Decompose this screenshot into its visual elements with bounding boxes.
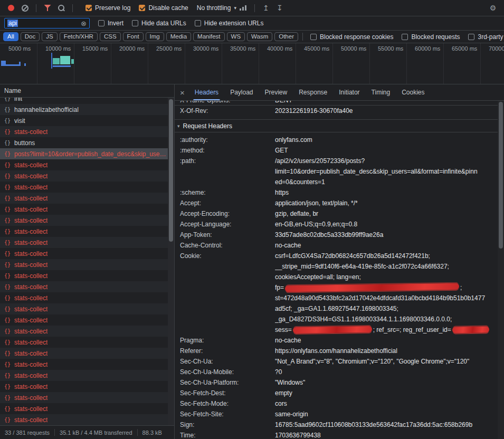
- request-row[interactable]: {}stats-collect: [0, 248, 168, 259]
- scrollbar-thumb[interactable]: [169, 99, 173, 242]
- request-row[interactable]: {}visit: [0, 115, 168, 126]
- filter-pill-media[interactable]: Media: [166, 32, 191, 41]
- filter-pill-img[interactable]: Img: [146, 32, 164, 41]
- filter-input[interactable]: api ⊗: [4, 18, 90, 28]
- request-row[interactable]: {}stats-collect: [0, 359, 168, 370]
- import-har-button[interactable]: ↥: [259, 2, 273, 14]
- request-row[interactable]: {}stats-collect: [0, 126, 168, 137]
- header-name: :method:: [175, 145, 275, 156]
- request-row[interactable]: {}posts?limit=10&order=publish_date_desc…: [0, 148, 168, 159]
- request-row[interactable]: {}stats-collect: [0, 381, 168, 392]
- clear-input-icon[interactable]: ⊗: [81, 20, 87, 27]
- header-row: Sign:16785:5aad9602cf110608b03133de56364…: [175, 419, 498, 430]
- filter-pill-other[interactable]: Other: [274, 32, 298, 41]
- request-row[interactable]: {}stats-collect: [0, 370, 168, 381]
- hide-data-urls-checkbox[interactable]: Hide data URLs: [132, 20, 186, 27]
- request-row[interactable]: {}stats-collect: [0, 337, 168, 348]
- export-har-button[interactable]: ↧: [273, 2, 287, 14]
- hide-extension-urls-checkbox[interactable]: Hide extension URLs: [195, 20, 264, 27]
- request-row[interactable]: {}stats-collect: [0, 292, 168, 303]
- preserve-log-checkbox[interactable]: Preserve log: [85, 4, 130, 12]
- timeline-label: 15000 ms: [82, 45, 108, 52]
- filter-pill-wasm[interactable]: Wasm: [247, 32, 272, 41]
- header-value-line: ad5cf; _ga=GA1.1.689275447.1698003345;: [275, 303, 493, 314]
- request-row[interactable]: {}stats-collect: [0, 326, 168, 337]
- disable-cache-checkbox[interactable]: Disable cache: [139, 4, 188, 12]
- scrollbar-thumb[interactable]: [499, 102, 503, 249]
- request-row[interactable]: {}stats-collect: [0, 193, 168, 204]
- request-row[interactable]: {}stats-collect: [0, 414, 168, 425]
- request-row[interactable]: {}stats-collect: [0, 348, 168, 359]
- details-scrollbar[interactable]: [498, 101, 504, 439]
- timeline-overview[interactable]: 5000 ms10000 ms15000 ms20000 ms25000 ms3…: [0, 43, 504, 84]
- timeline-gridline: [148, 43, 148, 84]
- request-row[interactable]: {}stats-collect: [0, 392, 168, 403]
- request-row[interactable]: {}stats-collect: [0, 204, 168, 215]
- filter-pill-js[interactable]: JS: [42, 32, 57, 41]
- request-row[interactable]: {}stats-collect: [0, 226, 168, 237]
- request-headers-section[interactable]: ▾ Request Headers: [175, 119, 498, 132]
- header-name: App-Token:: [175, 230, 275, 240]
- request-row[interactable]: {}stats-collect: [0, 314, 168, 326]
- timeline-gridline: [369, 43, 370, 84]
- request-row[interactable]: {}stats-collect: [0, 159, 168, 170]
- header-name: Cache-Control:: [175, 240, 275, 251]
- clear-button[interactable]: [18, 2, 32, 14]
- script-file-icon: {}: [3, 361, 12, 367]
- request-list-scrollbar[interactable]: [168, 98, 174, 425]
- request-name: stats-collect: [14, 184, 47, 191]
- request-row[interactable]: {}stats-collect: [0, 182, 168, 193]
- request-row[interactable]: {}init: [0, 98, 168, 104]
- tab-response[interactable]: Response: [293, 84, 333, 100]
- search-button[interactable]: [54, 2, 68, 14]
- request-row[interactable]: {}hannahelizabethofficial: [0, 104, 168, 115]
- invert-checkbox[interactable]: Invert: [98, 20, 123, 27]
- tab-payload[interactable]: Payload: [224, 84, 259, 100]
- script-file-icon: {}: [3, 350, 12, 356]
- tab-preview[interactable]: Preview: [259, 84, 293, 100]
- throttling-dropdown[interactable]: No throttling ▾: [197, 4, 236, 12]
- invert-label: Invert: [108, 20, 123, 27]
- filter-pill-font[interactable]: Font: [123, 32, 144, 41]
- request-name: posts?limit=10&order=publish_date_desc&s…: [14, 150, 168, 158]
- timeline-gridline: [222, 43, 222, 84]
- request-row[interactable]: {}stats-collect: [0, 215, 168, 226]
- header-value: onlyfans.com: [275, 135, 498, 145]
- header-row: Sec-Fetch-Site:same-origin: [175, 409, 498, 419]
- request-headers-list: :authority:onlyfans.com:method:GET:path:…: [175, 132, 498, 439]
- third-party-requests-checkbox[interactable]: 3rd-party requests: [468, 33, 504, 41]
- tab-cookies[interactable]: Cookies: [396, 84, 430, 100]
- record-button[interactable]: [4, 2, 18, 14]
- blocked-response-cookies-checkbox[interactable]: Blocked response cookies: [310, 33, 393, 41]
- request-row[interactable]: {}stats-collect: [0, 281, 168, 292]
- blocked-requests-checkbox[interactable]: Blocked requests: [402, 33, 460, 41]
- filter-pill-css[interactable]: CSS: [100, 32, 121, 41]
- request-row[interactable]: {}stats-collect: [0, 403, 168, 414]
- request-row[interactable]: {}stats-collect: [0, 237, 168, 248]
- filter-pill-fetch-xhr[interactable]: Fetch/XHR: [60, 32, 98, 41]
- header-value-text: st=472d48a90d5433bfc2a2d17042e4dfdcafd31…: [275, 294, 485, 302]
- name-column-header[interactable]: Name: [0, 84, 174, 98]
- request-row[interactable]: {}stats-collect: [0, 303, 168, 314]
- settings-button[interactable]: ⚙: [486, 2, 500, 14]
- filter-pill-doc[interactable]: Doc: [21, 32, 40, 41]
- filter-pill-manifest[interactable]: Manifest: [193, 32, 224, 41]
- filter-pill-ws[interactable]: WS: [227, 32, 245, 41]
- timeline-label: 65000 ms: [452, 45, 477, 52]
- request-row[interactable]: {}buttons: [0, 137, 168, 148]
- filter-pill-all[interactable]: All: [3, 32, 18, 41]
- header-name: Pragma:: [175, 335, 275, 346]
- checkbox-checked-icon: [139, 5, 145, 11]
- header-value: same-origin: [275, 409, 498, 419]
- network-conditions-button[interactable]: [236, 2, 250, 14]
- tab-timing[interactable]: Timing: [366, 84, 396, 100]
- request-name: stats-collect: [14, 416, 47, 424]
- close-icon[interactable]: ×: [180, 89, 185, 97]
- tab-initiator[interactable]: Initiator: [333, 84, 365, 100]
- request-row[interactable]: {}stats-collect: [0, 270, 168, 281]
- request-row[interactable]: {}stats-collect: [0, 170, 168, 182]
- header-name: Sec-Ch-Ua:: [175, 356, 275, 367]
- request-row[interactable]: {}stats-collect: [0, 259, 168, 270]
- tab-headers[interactable]: Headers: [189, 84, 224, 100]
- filter-toggle-button[interactable]: [41, 2, 54, 14]
